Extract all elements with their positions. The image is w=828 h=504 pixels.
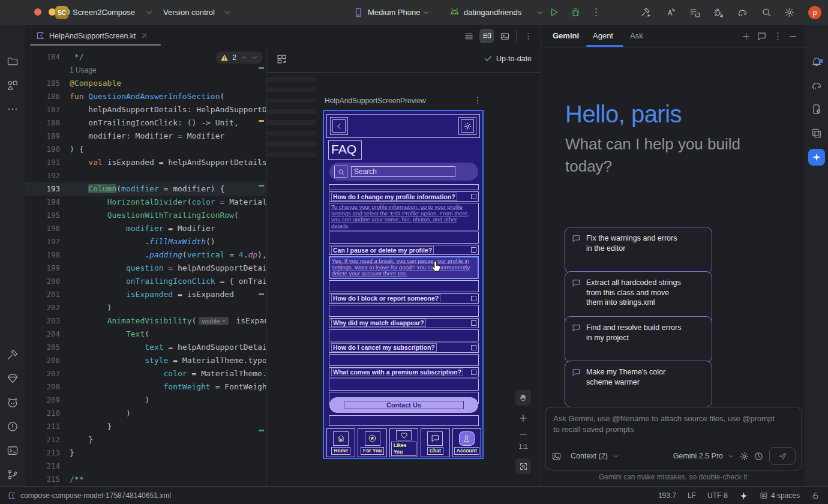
view-split-button[interactable] bbox=[479, 29, 494, 43]
usage-hint[interactable]: 1 Usage bbox=[70, 66, 97, 74]
view-design-button[interactable] bbox=[497, 29, 512, 43]
ai-sparkle-icon[interactable] bbox=[739, 491, 748, 500]
more-tools-icon[interactable] bbox=[7, 103, 19, 115]
view-code-button[interactable] bbox=[461, 29, 476, 43]
code-line[interactable]: 192 bbox=[25, 169, 266, 182]
code-line[interactable]: 1 Usage bbox=[25, 64, 266, 77]
faq-question-row[interactable]: How do I change my profile information? bbox=[329, 191, 479, 202]
zoom-in-button[interactable] bbox=[518, 413, 529, 424]
more-actions-icon[interactable] bbox=[590, 7, 602, 18]
stripe-mark[interactable] bbox=[259, 293, 264, 295]
indent-setting[interactable]: 4 spaces bbox=[760, 491, 800, 500]
debug-button[interactable] bbox=[570, 7, 581, 18]
status-file[interactable]: compose-compose-model-1758748140651.xml bbox=[8, 491, 171, 500]
tab-helpandsupportscreen[interactable]: HelpAndSupportScreen.kt bbox=[30, 25, 154, 46]
pan-tool-button[interactable] bbox=[515, 390, 531, 406]
expand-icon[interactable] bbox=[471, 247, 476, 253]
code-line[interactable]: 205 text = helpAndSupportDetai bbox=[25, 341, 266, 354]
code-line[interactable]: 200 onTrailingIconClick = { onTrai bbox=[25, 275, 266, 288]
suggestion-card[interactable]: Fix the warnings and errors in the edito… bbox=[565, 227, 712, 274]
version-control-icon[interactable] bbox=[7, 469, 19, 481]
code-editor[interactable]: 184 */1 Usage185@Composable186fun Questi… bbox=[25, 47, 266, 486]
project-selector[interactable]: Screen2Compose bbox=[73, 0, 135, 25]
phone-preview[interactable]: FAQ Search How do I change my profile in… bbox=[323, 110, 484, 459]
code-line[interactable]: 186fun QuestionAndAnswerInfoSection( bbox=[25, 90, 266, 103]
editor-options-button[interactable] bbox=[521, 29, 535, 43]
run-button[interactable] bbox=[548, 7, 560, 18]
close-icon[interactable] bbox=[140, 32, 148, 40]
settings-button[interactable] bbox=[458, 117, 476, 135]
faq-question-row[interactable]: Can I pause or delete my profile? bbox=[329, 245, 479, 255]
preview-menu-icon[interactable] bbox=[473, 95, 482, 105]
settings-icon[interactable] bbox=[784, 7, 795, 18]
chat-history-icon[interactable] bbox=[757, 31, 767, 41]
next-issue-icon[interactable] bbox=[251, 54, 258, 61]
caret-position[interactable]: 193:7 bbox=[658, 491, 676, 500]
faq-answer[interactable]: Yes. If you need a break, you can pause … bbox=[329, 256, 479, 279]
window-close-button[interactable] bbox=[34, 8, 41, 16]
stripe-mark[interactable] bbox=[259, 430, 264, 431]
run-configuration-selector[interactable]: datingandfriends bbox=[464, 0, 521, 25]
code-line[interactable]: 203 AnimatedVisibility(visible = isExpan bbox=[25, 314, 266, 328]
model-selector[interactable]: Gemini 2.5 Pro bbox=[673, 452, 723, 460]
panel-options-icon[interactable] bbox=[773, 31, 783, 41]
stripe-mark[interactable] bbox=[259, 67, 264, 69]
back-button[interactable] bbox=[330, 117, 348, 135]
code-line[interactable]: 199 question = helpAndSupportDetai bbox=[25, 262, 266, 275]
terminal-icon[interactable] bbox=[7, 445, 19, 457]
device-manager-icon[interactable] bbox=[811, 103, 823, 115]
gemini-input-box[interactable]: Ask Gemini, use @filename to attach sour… bbox=[545, 407, 802, 470]
contact-us-button[interactable]: Contact Us bbox=[329, 397, 478, 413]
code-line[interactable]: 211 } bbox=[25, 420, 266, 433]
code-line[interactable]: 208 fontWeight = FontWeigh bbox=[25, 380, 266, 394]
stripe-mark[interactable] bbox=[259, 120, 264, 122]
code-transform-icon[interactable] bbox=[665, 7, 676, 18]
context-selector[interactable]: Context (2) bbox=[571, 452, 608, 460]
code-line[interactable]: 214 bbox=[25, 460, 266, 473]
problems-icon[interactable] bbox=[7, 421, 19, 433]
vcs-widget[interactable]: Version control bbox=[163, 0, 215, 25]
code-line[interactable]: 202 ) bbox=[25, 301, 266, 314]
preview-title[interactable]: HelpAndSupportScreenPreview bbox=[325, 97, 426, 105]
history-icon[interactable] bbox=[754, 451, 764, 461]
nav-item-likes-you[interactable]: Likes You bbox=[389, 428, 418, 457]
avatar[interactable]: p bbox=[808, 6, 821, 19]
logcat-icon[interactable] bbox=[7, 397, 19, 409]
gradle-sync-icon[interactable] bbox=[737, 7, 748, 18]
build-tool-icon[interactable] bbox=[7, 349, 19, 361]
code-line[interactable]: 204 Text( bbox=[25, 328, 266, 341]
device-selector[interactable]: Medium Phone bbox=[368, 0, 420, 25]
expand-icon[interactable] bbox=[471, 370, 476, 375]
code-line[interactable]: 206 style = MaterialTheme.typo bbox=[25, 354, 266, 367]
file-encoding[interactable]: UTF-8 bbox=[707, 491, 728, 500]
inspection-widget[interactable]: 2 bbox=[216, 52, 262, 64]
fit-to-screen-button[interactable] bbox=[515, 458, 531, 474]
lock-icon[interactable] bbox=[811, 491, 820, 500]
expand-icon[interactable] bbox=[471, 345, 476, 350]
tab-agent[interactable]: Agent bbox=[593, 25, 613, 47]
preview-layout-icon[interactable] bbox=[276, 53, 287, 65]
code-line[interactable]: 196 modifier = Modifier bbox=[25, 222, 266, 235]
gemini-settings-icon[interactable] bbox=[739, 451, 749, 461]
code-line[interactable]: 210 ) bbox=[25, 407, 266, 420]
faq-question-row[interactable]: How do I cancel my subscription? bbox=[329, 343, 479, 353]
task-history-icon[interactable] bbox=[689, 7, 700, 18]
hide-panel-icon[interactable] bbox=[788, 31, 798, 41]
resource-manager-icon[interactable] bbox=[7, 79, 19, 91]
attach-image-icon[interactable] bbox=[551, 451, 562, 461]
expand-icon[interactable] bbox=[471, 194, 476, 199]
faq-question-row[interactable]: How do I block or report someone? bbox=[329, 293, 479, 304]
search-everywhere-icon[interactable] bbox=[761, 7, 772, 18]
suggestion-card[interactable]: Make my Theme's color scheme warmer bbox=[565, 361, 712, 407]
code-line[interactable]: 191 val isExpanded = helpAndSupportDetai… bbox=[25, 156, 266, 169]
gem-tool-icon[interactable] bbox=[7, 373, 19, 385]
code-line[interactable]: 190) { bbox=[25, 143, 266, 156]
nav-item-chat[interactable]: Chat bbox=[421, 428, 449, 457]
faq-question-row[interactable]: What comes with a premium subscription? bbox=[329, 367, 479, 377]
tab-ask[interactable]: Ask bbox=[630, 25, 643, 47]
faq-answer[interactable]: To change your profile information, go t… bbox=[329, 203, 479, 230]
previous-issue-icon[interactable] bbox=[240, 54, 247, 61]
code-line[interactable]: 198 .padding(vertical = 4.dp), bbox=[25, 248, 266, 262]
gemini-tool-button[interactable] bbox=[808, 149, 825, 166]
code-line[interactable]: 213} bbox=[25, 446, 266, 460]
